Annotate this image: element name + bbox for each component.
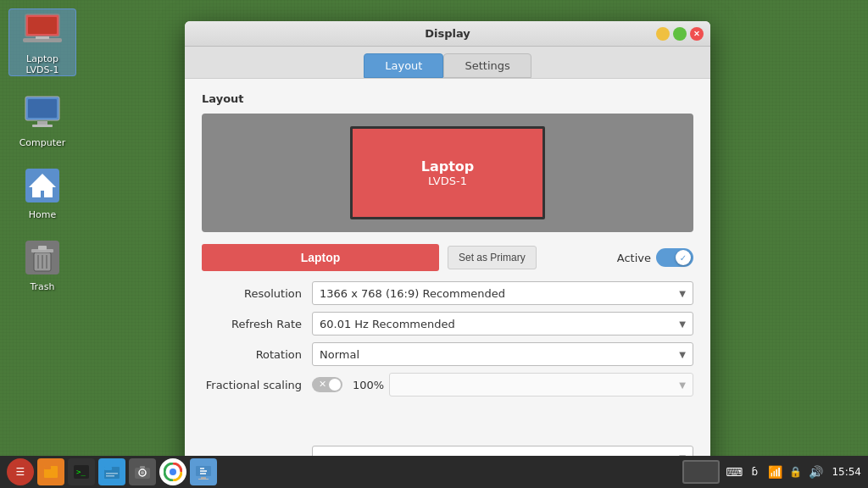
refresh-rate-select-wrapper: 60.01 Hz Recommended ▼ [312,312,693,336]
desktop-icons: Laptop LVDS-1 Computer Home [8,8,76,292]
home-icon-label: Home [29,209,56,220]
svg-rect-35 [201,477,206,479]
toggle-knob: ✓ [676,250,691,265]
active-toggle[interactable]: ✓ [656,248,693,267]
svg-text:☰: ☰ [16,466,25,478]
refresh-rate-field[interactable]: 60.01 Hz Recommended ▼ [312,312,693,336]
laptop-icon-svg [22,9,63,50]
svg-rect-25 [104,467,112,470]
svg-point-30 [141,471,144,474]
security-tray-icon[interactable]: 🔒 [787,464,803,480]
dialog-title: Display [425,27,470,40]
resolution-row: Resolution 1366 x 768 (16:9) Recommended… [202,281,693,305]
display-selector-row: Laptop Set as Primary Active ✓ [202,244,693,271]
system-tray: ⌨ ɓ 📶 🔒 🔊 15:54 [726,464,861,480]
refresh-rate-arrow-icon: ▼ [679,319,686,329]
taskbar-right: ⌨ ɓ 📶 🔒 🔊 15:54 [682,460,861,484]
layout-section-label: Layout [202,92,693,105]
fractional-scaling-toggle[interactable]: ✕ [312,377,342,392]
bluetooth-tray-icon[interactable]: ɓ [747,464,762,480]
minimize-button[interactable] [656,27,670,41]
mini-toggle-knob [329,379,341,391]
desktop-icon-computer[interactable]: Computer [8,93,76,148]
active-toggle-group: Active ✓ [617,248,693,267]
dialog-controls: ✕ [656,27,704,41]
computer-icon-svg [22,93,63,134]
file-manager-icon [103,463,121,481]
rotation-label: Rotation [202,348,312,361]
taskbar-terminal[interactable]: >_ [68,458,95,485]
set-primary-button[interactable]: Set as Primary [448,246,537,269]
toggle-check-icon: ✓ [680,253,687,263]
rotation-field[interactable]: Normal ▼ [312,342,693,366]
taskbar-files[interactable] [37,458,64,485]
active-display-button[interactable]: Laptop [202,244,439,271]
display-screen-name: Laptop [421,158,475,175]
fractional-scaling-controls: ✕ 100% ▼ [312,373,693,396]
volume-tray-icon[interactable]: 🔊 [808,464,823,480]
svg-rect-5 [28,99,57,118]
terminal-icon: >_ [72,463,91,481]
rotation-arrow-icon: ▼ [679,350,686,359]
rotation-select-wrapper: Normal ▼ [312,342,693,366]
desktop-icon-home[interactable]: Home [8,165,76,220]
tab-settings[interactable]: Settings [443,53,531,78]
svg-rect-36 [198,479,209,480]
svg-rect-26 [106,473,118,474]
fractional-scaling-field[interactable]: ▼ [389,373,693,396]
svg-rect-27 [106,475,114,477]
display-dialog: Display ✕ Layout Settings Layout Laptop … [185,21,710,488]
active-label: Active [617,252,651,264]
refresh-rate-row: Refresh Rate 60.01 Hz Recommended ▼ [202,312,693,336]
close-button[interactable]: ✕ [690,27,704,41]
taskbar-display-settings[interactable] [190,458,217,485]
maximize-button[interactable] [673,27,687,41]
desktop-icon-laptop[interactable]: Laptop LVDS-1 [8,8,76,76]
display-settings-icon [194,463,213,481]
fractional-scaling-row: Fractional scaling ✕ 100% ▼ [202,373,693,396]
desktop-icon-trash[interactable]: Trash [8,237,76,292]
display-preview: Laptop LVDS-1 [202,114,693,232]
resolution-field[interactable]: 1366 x 768 (16:9) Recommended ▼ [312,281,693,305]
taskbar-clock: 15:54 [832,466,861,478]
computer-icon-label: Computer [19,137,66,148]
toggle-x-icon: ✕ [319,379,326,390]
fractional-scaling-select-wrapper: ▼ [389,373,693,396]
svg-rect-7 [32,125,53,127]
fractional-scaling-arrow-icon: ▼ [679,380,686,390]
fractional-scaling-section: Fractional scaling ✕ 100% ▼ [202,373,693,396]
resolution-select-wrapper: 1366 x 768 (16:9) Recommended ▼ [312,281,693,305]
taskbar-display-indicator[interactable] [682,460,720,484]
display-screen-id: LVDS-1 [428,175,467,187]
taskbar-browser[interactable] [159,458,186,485]
files-icon [42,463,60,481]
rotation-row: Rotation Normal ▼ [202,342,693,366]
trash-icon-svg [22,237,63,278]
home-icon-svg [22,165,63,206]
tab-layout[interactable]: Layout [364,53,443,78]
svg-text:>_: >_ [76,468,86,476]
tab-bar: Layout Settings [185,47,710,79]
taskbar-camera[interactable] [129,458,156,485]
trash-icon-label: Trash [30,281,54,292]
taskbar: ☰ >_ [0,456,868,488]
taskbar-file-manager[interactable] [98,458,125,485]
dialog-content: Layout Laptop LVDS-1 Laptop Set as Prima… [185,79,710,488]
svg-rect-10 [39,177,46,184]
app-launcher-icon: ☰ [11,463,30,481]
svg-rect-1 [28,17,57,34]
svg-rect-31 [140,466,145,469]
display-screen[interactable]: Laptop LVDS-1 [350,126,545,219]
fractional-scaling-label: Fractional scaling [202,379,312,391]
refresh-rate-label: Refresh Rate [202,318,312,330]
taskbar-app-launcher[interactable]: ☰ [7,458,34,485]
svg-rect-14 [38,246,47,250]
svg-rect-3 [36,36,49,39]
camera-icon [133,463,152,481]
network-tray-icon[interactable]: 📶 [767,464,782,480]
fractional-scaling-value: 100% [353,379,384,391]
svg-point-33 [170,469,176,475]
resolution-arrow-icon: ▼ [679,289,686,298]
laptop-icon-label: Laptop [26,53,58,64]
keyboard-tray-icon[interactable]: ⌨ [726,464,742,480]
